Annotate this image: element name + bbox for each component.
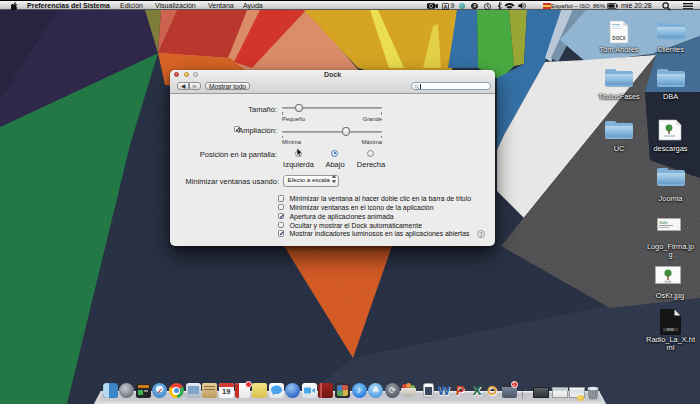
svg-text:DOCX: DOCX <box>612 36 626 41</box>
svg-text:Valle: Valle <box>659 220 668 225</box>
svg-text:A: A <box>444 3 448 9</box>
svg-text:OsKr: OsKr <box>665 280 672 284</box>
svg-text:HTML: HTML <box>667 328 675 332</box>
